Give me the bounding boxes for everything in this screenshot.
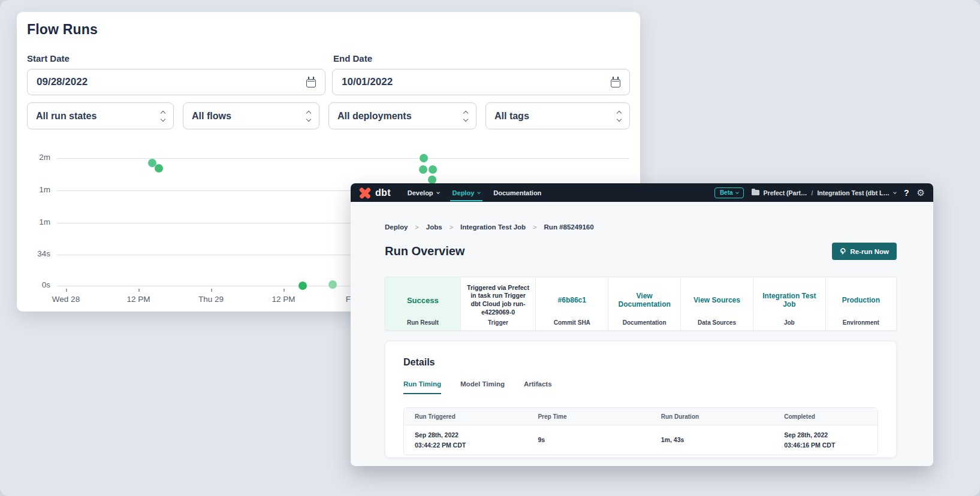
job-link[interactable]: Integration Test Job	[758, 281, 821, 319]
environment-link[interactable]: Production	[831, 281, 891, 319]
nav-item-develop[interactable]: Develop	[408, 189, 439, 196]
y-axis-label: 1m	[17, 217, 50, 226]
details-title: Details	[403, 357, 878, 368]
data-point[interactable]	[429, 165, 437, 174]
gear-icon[interactable]: ⚙	[917, 187, 925, 198]
job-card: Integration Test Job Job	[753, 277, 826, 330]
trigger-value: Triggered via Prefect in task run Trigge…	[466, 281, 531, 319]
data-sources-card: View Sources Data Sources	[681, 277, 753, 330]
data-sources-caption: Data Sources	[686, 319, 748, 326]
start-date-label: Start Date	[27, 53, 327, 63]
beta-label: Beta	[720, 189, 733, 196]
project-switcher[interactable]: Prefect (Part… / Integration Test (dbt L…	[752, 189, 896, 196]
table-header-row: Run Triggered Prep Time Run Duration Com…	[404, 408, 878, 425]
y-axis-label: 2m	[17, 153, 50, 162]
details-panel: Details Run Timing Model Timing Artifact…	[385, 341, 897, 458]
breadcrumb-jobs[interactable]: Jobs	[426, 223, 442, 231]
run-triggered-date: Sep 28th, 2022	[415, 430, 516, 440]
header-run-duration: Run Duration	[650, 413, 773, 420]
trigger-card: Triggered via Prefect in task run Trigge…	[461, 277, 536, 330]
account-name: Prefect (Part…	[764, 189, 807, 196]
run-states-select[interactable]: All run states	[27, 102, 174, 129]
start-date-value: 09/28/2022	[37, 76, 306, 88]
header-run-triggered: Run Triggered	[404, 413, 527, 420]
x-axis-label: 12 PM	[263, 295, 304, 304]
x-axis-tick	[211, 289, 212, 292]
run-timing-table: Run Triggered Prep Time Run Duration Com…	[403, 407, 878, 455]
flow-runs-title: Flow Runs	[27, 22, 630, 38]
project-separator: /	[812, 189, 813, 196]
cell-completed: Sep 28th, 2022 03:46:16 PM CDT	[773, 430, 878, 450]
trigger-caption: Trigger	[466, 319, 531, 326]
run-result-value: Success	[390, 281, 456, 319]
tab-artifacts[interactable]: Artifacts	[524, 380, 552, 394]
deployments-value: All deployments	[337, 111, 464, 122]
commit-sha-link[interactable]: #6b86c1	[541, 281, 603, 319]
completed-date: Sep 28th, 2022	[784, 430, 867, 440]
y-axis-label: 1m	[17, 185, 50, 194]
select-arrows-icon	[464, 111, 468, 121]
calendar-icon[interactable]	[306, 79, 316, 87]
run-result-card: Success Run Result	[385, 277, 461, 330]
rerun-now-label: Re-run Now	[850, 248, 889, 255]
end-date-input[interactable]: 10/01/2022	[332, 69, 630, 95]
documentation-caption: Documentation	[613, 319, 676, 326]
tags-value: All tags	[494, 111, 617, 122]
view-sources-link[interactable]: View Sources	[686, 281, 748, 319]
cell-run-triggered: Sep 28th, 2022 03:44:22 PM CDT	[404, 430, 527, 450]
chart-gridline	[57, 158, 629, 159]
page-title: Run Overview	[385, 244, 465, 258]
chevron-down-icon	[436, 190, 440, 194]
documentation-card: View Documentation Documentation	[608, 277, 681, 330]
table-row: Sep 28th, 2022 03:44:22 PM CDT 9s 1m, 43…	[404, 425, 878, 455]
tab-run-timing[interactable]: Run Timing	[403, 380, 441, 394]
data-point[interactable]	[298, 282, 307, 290]
y-axis-label: 34s	[17, 249, 50, 258]
nav-item-documentation[interactable]: Documentation	[493, 189, 541, 196]
environment-caption: Environment	[831, 319, 891, 326]
run-summary-cards: Success Run Result Triggered via Prefect…	[385, 277, 897, 331]
x-axis-tick	[138, 289, 140, 292]
details-tabs: Run Timing Model Timing Artifacts	[403, 380, 878, 394]
breadcrumb: Deploy > Jobs > Integration Test Job > R…	[385, 223, 897, 231]
flows-select[interactable]: All flows	[183, 102, 319, 129]
x-axis-label: Wed 28	[45, 295, 87, 304]
dbt-logo-icon	[359, 187, 371, 199]
data-point[interactable]	[419, 165, 427, 174]
data-point[interactable]	[420, 154, 428, 162]
x-axis-label: 12 PM	[117, 295, 159, 304]
deployments-select[interactable]: All deployments	[328, 102, 477, 129]
x-axis-tick	[66, 289, 67, 292]
help-button[interactable]: ?	[904, 188, 909, 198]
dbt-cloud-window: dbt Develop Deploy Documentation Beta	[351, 183, 933, 466]
breadcrumb-deploy[interactable]: Deploy	[385, 223, 408, 231]
breadcrumb-separator: >	[450, 223, 453, 231]
nav-deploy-label: Deploy	[453, 189, 475, 196]
breadcrumb-job-name[interactable]: Integration Test Job	[460, 223, 526, 231]
desktop: Flow Runs Start Date End Date 09/28/2022…	[0, 0, 980, 496]
nav-item-deploy[interactable]: Deploy	[453, 189, 481, 196]
y-axis-label: 0s	[17, 280, 50, 289]
calendar-icon[interactable]	[611, 79, 620, 87]
tab-model-timing[interactable]: Model Timing	[460, 380, 505, 394]
dbt-logo[interactable]: dbt	[359, 187, 391, 199]
breadcrumb-separator: >	[533, 223, 536, 231]
beta-badge[interactable]: Beta	[714, 187, 744, 198]
data-point[interactable]	[428, 176, 436, 184]
tags-select[interactable]: All tags	[486, 102, 630, 129]
start-date-input[interactable]: 09/28/2022	[27, 69, 325, 95]
cell-run-duration: 1m, 43s	[650, 435, 773, 444]
header-prep-time: Prep Time	[527, 413, 650, 420]
cell-prep-time: 9s	[527, 435, 650, 444]
view-documentation-link[interactable]: View Documentation	[613, 281, 676, 319]
chevron-down-icon	[477, 190, 481, 194]
x-axis-tick	[284, 289, 285, 292]
data-point[interactable]	[328, 280, 337, 289]
end-date-value: 10/01/2022	[342, 76, 611, 88]
x-axis-label: Thu 29	[190, 295, 232, 304]
rerun-now-button[interactable]: ⟳ Re-run Now	[832, 243, 897, 260]
select-arrows-icon	[307, 111, 310, 121]
breadcrumb-run-id[interactable]: Run #85249160	[544, 223, 594, 231]
select-arrows-icon	[161, 111, 165, 121]
data-point[interactable]	[155, 164, 163, 173]
